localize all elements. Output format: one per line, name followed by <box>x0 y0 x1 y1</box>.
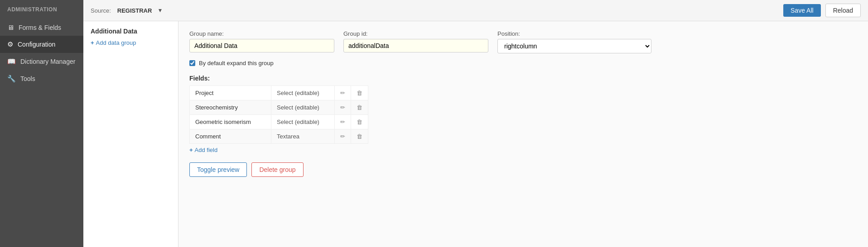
toggle-preview-button[interactable]: Toggle preview <box>189 162 247 177</box>
sidebar-item-tools[interactable]: 🔧 Tools <box>0 70 83 87</box>
field-name: Project <box>190 86 271 100</box>
sidebar: ADMINISTRATION 🖥 Forms & Fields ⚙ Config… <box>0 0 83 247</box>
add-data-group-label: Add data group <box>96 39 136 46</box>
group-id-field: Group id: <box>343 30 488 52</box>
add-field-link[interactable]: + Add field <box>189 147 217 153</box>
sidebar-item-configuration[interactable]: ⚙ Configuration <box>0 36 83 53</box>
expand-checkbox[interactable] <box>189 60 195 66</box>
monitor-icon: 🖥 <box>7 24 14 31</box>
add-field-plus-icon: + <box>189 147 193 153</box>
group-id-label: Group id: <box>343 30 488 37</box>
delete-icon[interactable]: 🗑 <box>351 86 368 100</box>
field-type: Textarea <box>271 129 335 144</box>
expand-checkbox-row: By default expand this group <box>189 60 857 66</box>
sidebar-item-dictionary-manager-label: Dictionary Manager <box>20 58 75 65</box>
reload-button[interactable]: Reload <box>825 4 861 17</box>
field-type: Select (editable) <box>271 115 335 129</box>
sidebar-admin-label: ADMINISTRATION <box>0 0 83 19</box>
position-field: Position: rightcolumn leftcolumn center <box>497 30 651 53</box>
field-type: Select (editable) <box>271 100 335 115</box>
fields-section: Fields: Project Select (editable) ✏ 🗑 St… <box>189 75 857 153</box>
content-area: Additional Data + Add data group Group n… <box>83 21 868 247</box>
delete-icon[interactable]: 🗑 <box>351 100 368 115</box>
source-label: Source: <box>91 7 111 14</box>
save-all-button[interactable]: Save All <box>783 4 821 17</box>
topbar: Source: REGISTRAR ▼ Save All Reload <box>83 0 868 21</box>
left-panel: Additional Data + Add data group <box>83 21 178 247</box>
tool-icon: 🔧 <box>7 75 16 83</box>
left-panel-title: Additional Data <box>83 28 178 39</box>
field-name: Geometric isomerism <box>190 115 271 129</box>
book-icon: 📖 <box>7 57 16 66</box>
sidebar-item-forms-fields[interactable]: 🖥 Forms & Fields <box>0 19 83 36</box>
field-name: Comment <box>190 129 271 144</box>
delete-group-button[interactable]: Delete group <box>251 162 303 177</box>
table-row: Geometric isomerism Select (editable) ✏ … <box>190 115 368 129</box>
position-label: Position: <box>497 30 651 37</box>
action-buttons: Toggle preview Delete group <box>189 162 857 177</box>
edit-icon[interactable]: ✏ <box>335 129 351 144</box>
edit-icon[interactable]: ✏ <box>335 115 351 129</box>
edit-icon[interactable]: ✏ <box>335 86 351 100</box>
group-id-input[interactable] <box>343 39 488 52</box>
edit-icon[interactable]: ✏ <box>335 100 351 115</box>
group-name-label: Group name: <box>189 30 334 37</box>
main-area: Source: REGISTRAR ▼ Save All Reload Addi… <box>83 0 868 247</box>
delete-icon[interactable]: 🗑 <box>351 129 368 144</box>
expand-label: By default expand this group <box>199 60 274 66</box>
table-row: Comment Textarea ✏ 🗑 <box>190 129 368 144</box>
field-type: Select (editable) <box>271 86 335 100</box>
source-dropdown-button[interactable]: ▼ <box>156 6 164 14</box>
position-select[interactable]: rightcolumn leftcolumn center <box>497 39 651 53</box>
field-name: Stereochemistry <box>190 100 271 115</box>
sidebar-item-forms-fields-label: Forms & Fields <box>19 24 61 31</box>
sidebar-item-tools-label: Tools <box>20 75 35 82</box>
delete-icon[interactable]: 🗑 <box>351 115 368 129</box>
gear-icon: ⚙ <box>7 40 13 48</box>
fields-table: Project Select (editable) ✏ 🗑 Stereochem… <box>189 86 368 144</box>
table-row: Project Select (editable) ✏ 🗑 <box>190 86 368 100</box>
fields-label: Fields: <box>189 75 857 82</box>
form-top-row: Group name: Group id: Position: rightcol… <box>189 30 857 53</box>
add-data-group-link[interactable]: + Add data group <box>83 39 178 46</box>
group-name-input[interactable] <box>189 39 334 52</box>
source-value: REGISTRAR <box>117 7 152 14</box>
sidebar-item-configuration-label: Configuration <box>18 41 55 48</box>
add-field-label: Add field <box>195 147 218 153</box>
group-name-field: Group name: <box>189 30 334 52</box>
sidebar-item-dictionary-manager[interactable]: 📖 Dictionary Manager <box>0 53 83 70</box>
plus-icon: + <box>91 39 94 46</box>
table-row: Stereochemistry Select (editable) ✏ 🗑 <box>190 100 368 115</box>
right-panel: Group name: Group id: Position: rightcol… <box>178 21 868 247</box>
